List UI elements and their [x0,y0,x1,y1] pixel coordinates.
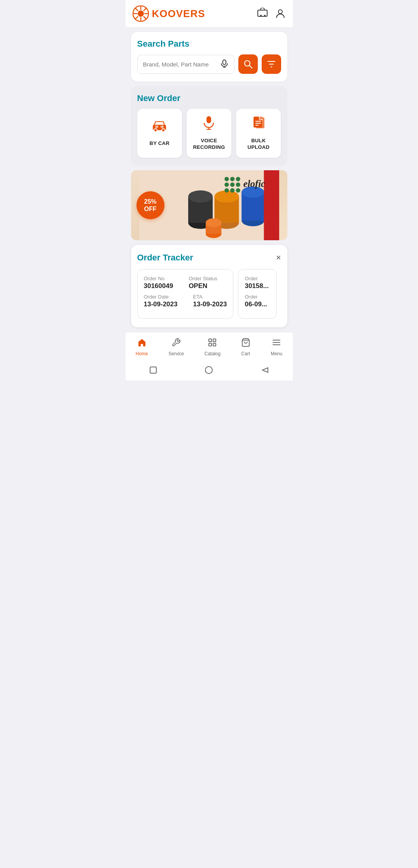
order-eta-field: ETA 13-09-2023 [193,294,227,312]
microphone-icon[interactable] [220,59,229,70]
svg-point-49 [224,177,229,181]
nav-home-label: Home [136,351,148,356]
order-date-value: 13-09-2023 [144,300,178,308]
svg-point-1 [138,10,144,17]
svg-rect-48 [264,170,279,240]
nav-home[interactable]: Home [131,336,153,358]
voice-recording-card[interactable]: VOICERECORDING [187,109,231,158]
svg-point-53 [230,182,234,187]
svg-point-55 [224,188,229,192]
bulk-upload-label: BULK UPLOAD [240,138,277,151]
order-card-2[interactable]: Order 30158... Order 06-09... [238,269,277,319]
tracker-header: Order Tracker × [137,253,281,263]
svg-rect-10 [258,10,267,16]
svg-rect-24 [206,116,211,123]
svg-line-7 [143,16,147,19]
search-row [137,54,281,74]
order-row-top: Order No 30160049 Order Status OPEN [144,276,227,294]
order-status-label: Order Status [189,276,217,281]
promotional-banner[interactable]: 25% OFF [131,170,287,240]
svg-point-20 [154,129,157,132]
svg-point-12 [264,15,266,16]
triangle-icon [261,366,269,374]
close-tracker-button[interactable]: × [276,253,281,263]
order-date-value-2: 06-09... [245,300,270,308]
order-no-field-2: Order 30158... [245,276,270,290]
cart-button[interactable] [257,8,268,20]
wrench-icon [171,338,181,349]
header-actions [257,8,286,20]
cart-icon [257,8,268,19]
search-input-wrap [137,55,234,74]
discount-off: OFF [144,205,157,213]
order-date-label-2: Order [245,294,270,300]
svg-rect-22 [155,126,158,128]
svg-line-8 [143,8,147,11]
svg-point-51 [236,177,240,181]
svg-rect-59 [209,339,212,342]
svg-point-54 [236,182,240,187]
android-back-button[interactable] [261,366,269,374]
menu-icon [272,338,281,349]
nav-cart[interactable]: Cart [236,336,255,358]
voice-recording-label: VOICERECORDING [193,138,225,151]
search-section: Search Parts [131,32,287,82]
catalog-icon [208,338,217,349]
close-icon: × [276,253,281,262]
by-car-card[interactable]: BY CAR [137,109,182,158]
logo: KOOVERS [133,5,205,22]
search-title: Search Parts [137,39,281,49]
svg-point-56 [230,188,234,192]
order-tracker-section: Order Tracker × Order No 30160049 Order … [131,245,287,327]
svg-rect-14 [223,60,226,65]
circle-icon [205,366,213,374]
svg-rect-62 [213,343,216,346]
svg-point-13 [278,10,282,14]
home-icon [137,338,147,349]
svg-point-52 [224,182,229,187]
nav-service-label: Service [168,351,184,356]
search-button[interactable] [238,54,258,74]
android-recents-button[interactable] [149,366,157,374]
app-name: KOOVERS [152,8,205,20]
filter-icon [267,60,276,68]
new-order-title: New Order [137,93,281,103]
svg-rect-23 [161,126,164,128]
svg-point-11 [260,15,262,16]
order-eta-value: 13-09-2023 [193,300,227,308]
profile-icon [275,8,286,19]
order-no-value-2: 30158... [245,282,270,290]
order-card-1[interactable]: Order No 30160049 Order Status OPEN Orde… [137,269,234,319]
nav-menu[interactable]: Menu [266,336,287,358]
square-icon [149,366,157,374]
profile-button[interactable] [275,8,286,20]
discount-badge: 25% OFF [136,191,164,219]
svg-line-6 [135,8,138,11]
svg-point-47 [206,218,222,227]
order-list: Order No 30160049 Order Status OPEN Orde… [137,269,281,320]
svg-point-57 [236,188,240,192]
nav-service[interactable]: Service [164,336,189,358]
order-date-field-2: Order 06-09... [245,294,270,308]
svg-marker-69 [262,368,268,372]
car-icon [152,119,167,136]
order-no-field: Order No 30160049 [144,276,173,290]
svg-point-21 [162,129,165,132]
search-icon [244,60,252,68]
header: KOOVERS [126,0,293,27]
bulk-upload-card[interactable]: BULK UPLOAD [236,109,281,158]
order-date-label: Order Date [144,294,178,300]
order-eta-label: ETA [193,294,227,300]
svg-rect-60 [213,339,216,342]
search-input[interactable] [143,61,220,68]
nav-catalog[interactable]: Catalog [200,336,225,358]
tracker-title: Order Tracker [137,253,193,263]
svg-point-50 [230,177,234,181]
nav-cart-label: Cart [241,351,250,356]
filter-button[interactable] [262,54,281,74]
order-no-label-2: Order [245,276,270,281]
android-nav-bar [126,361,293,381]
nav-catalog-label: Catalog [205,351,220,356]
android-home-button[interactable] [205,366,213,374]
svg-line-9 [135,16,138,19]
